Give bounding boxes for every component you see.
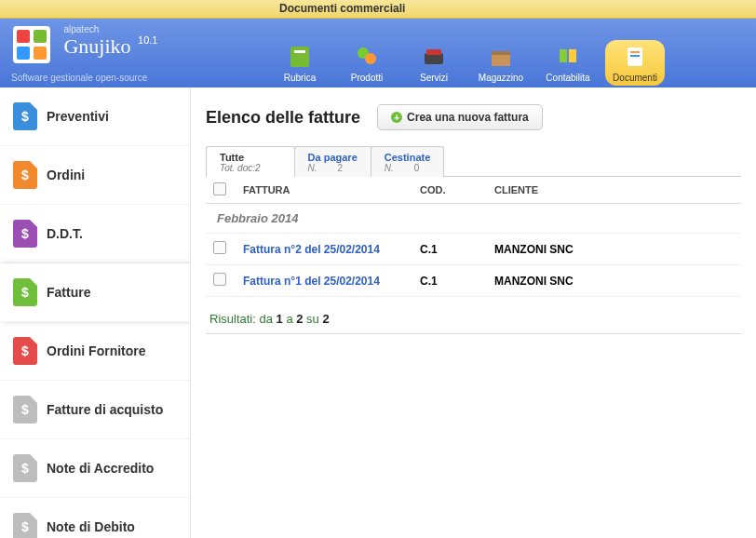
servizi-icon xyxy=(421,44,447,70)
topnav-contabilita[interactable]: Contabilita xyxy=(538,40,598,86)
month-group-header: Febbraio 2014 xyxy=(206,204,741,234)
prodotti-icon xyxy=(354,44,380,70)
sidebar-item-label: Fatture xyxy=(47,285,90,300)
main-panel: Elenco delle fatture + Crea una nuova fa… xyxy=(191,87,756,538)
magazzino-icon xyxy=(488,44,514,70)
sidebar-item-label: Note di Debito xyxy=(47,519,135,534)
svg-rect-2 xyxy=(34,30,47,43)
invoice-client: MANZONI SNC xyxy=(494,275,734,288)
sidebar-item-label: D.D.T. xyxy=(47,226,83,241)
topnav-rubrica[interactable]: Rubrica xyxy=(270,40,330,86)
tab-sub: N.0 xyxy=(385,163,431,173)
sidebar-item-label: Fatture di acquisto xyxy=(47,402,163,417)
tab-sub: N.2 xyxy=(308,163,358,173)
app-logo-icon xyxy=(11,24,52,69)
topnav-label: Rubrica xyxy=(284,73,316,83)
new-invoice-button[interactable]: + Crea una nuova fattura xyxy=(377,104,543,130)
sidebar-item-label: Ordini Fornitore xyxy=(47,343,146,358)
filter-tabs: TutteTot. doc:2Da pagareN.2CestinateN.0 xyxy=(206,145,741,177)
tab-tutte[interactable]: TutteTot. doc:2 xyxy=(206,146,295,177)
sidebar-item-preventivi[interactable]: $Preventivi xyxy=(0,87,190,146)
app-header: alpatech Gnujiko 10.1 Software gestional… xyxy=(0,19,756,87)
document-type-icon: $ xyxy=(13,513,37,538)
sidebar-item-fatture-di-acquisto[interactable]: $Fatture di acquisto xyxy=(0,381,190,439)
col-header-fattura: FATTURA xyxy=(243,184,420,195)
svg-rect-3 xyxy=(17,47,30,60)
tab-title: Tutte xyxy=(220,152,281,163)
tab-title: Cestinate xyxy=(385,152,431,163)
svg-rect-13 xyxy=(560,49,567,62)
sidebar-item-ordini-fornitore[interactable]: $Ordini Fornitore xyxy=(0,322,190,381)
svg-rect-17 xyxy=(630,55,640,57)
sidebar-item-d-d-t-[interactable]: $D.D.T. xyxy=(0,205,190,263)
invoice-client: MANZONI SNC xyxy=(494,243,734,256)
tab-da-pagare[interactable]: Da pagareN.2 xyxy=(294,146,371,177)
topnav-label: Contabilita xyxy=(546,73,589,83)
invoice-code: C.1 xyxy=(420,243,494,256)
brand-version: 10.1 xyxy=(138,34,157,46)
topnav-magazzino[interactable]: Magazzino xyxy=(471,40,531,86)
section-strip: Documenti commerciali xyxy=(0,0,756,19)
table-header-row: FATTURA COD. CLIENTE xyxy=(206,177,741,204)
top-nav: RubricaProdottiServiziMagazzinoContabili… xyxy=(251,19,756,87)
table-row: Fattura n°1 del 25/02/2014C.1MANZONI SNC xyxy=(206,265,741,297)
tab-sub: Tot. doc:2 xyxy=(220,163,281,173)
sidebar-item-note-di-accredito[interactable]: $Note di Accredito xyxy=(0,439,190,498)
select-all-checkbox[interactable] xyxy=(213,182,226,195)
svg-rect-5 xyxy=(290,47,309,67)
sidebar: $Preventivi$Ordini$D.D.T.$Fatture$Ordini… xyxy=(0,87,191,538)
contabilita-icon xyxy=(555,44,581,70)
page-title: Elenco delle fatture xyxy=(206,108,360,128)
sidebar-item-label: Ordini xyxy=(47,168,85,182)
invoice-link[interactable]: Fattura n°2 del 25/02/2014 xyxy=(243,243,380,256)
svg-rect-6 xyxy=(294,50,305,53)
svg-rect-1 xyxy=(17,30,30,43)
svg-rect-10 xyxy=(426,49,441,55)
document-type-icon: $ xyxy=(13,278,37,306)
svg-rect-4 xyxy=(34,47,47,60)
section-strip-label: Documenti commerciali xyxy=(279,2,405,15)
row-checkbox[interactable] xyxy=(213,273,226,286)
svg-point-8 xyxy=(365,53,376,64)
invoice-link[interactable]: Fattura n°1 del 25/02/2014 xyxy=(243,275,380,288)
svg-rect-16 xyxy=(630,51,640,53)
results-summary: Risultati: da 1 a 2 su 2 xyxy=(206,297,741,326)
document-type-icon: $ xyxy=(13,454,37,482)
document-type-icon: $ xyxy=(13,396,37,424)
sidebar-item-fatture[interactable]: $Fatture xyxy=(0,263,190,322)
document-type-icon: $ xyxy=(13,220,37,248)
topnav-label: Documenti xyxy=(613,73,657,83)
document-type-icon: $ xyxy=(13,161,37,189)
brand-subtitle: Software gestionale open-source xyxy=(11,73,240,83)
table-row: Fattura n°2 del 25/02/2014C.1MANZONI SNC xyxy=(206,234,741,265)
tab-cestinate[interactable]: CestinateN.0 xyxy=(371,146,445,177)
topnav-prodotti[interactable]: Prodotti xyxy=(337,40,397,86)
divider xyxy=(206,333,741,334)
brand-company: alpatech xyxy=(63,24,157,34)
svg-rect-12 xyxy=(492,51,510,55)
sidebar-item-label: Preventivi xyxy=(47,109,109,124)
topnav-documenti[interactable]: Documenti xyxy=(605,40,665,86)
topnav-label: Prodotti xyxy=(351,73,383,83)
sidebar-item-ordini[interactable]: $Ordini xyxy=(0,146,190,205)
svg-rect-14 xyxy=(569,49,576,62)
topnav-label: Magazzino xyxy=(479,73,523,83)
brand-area: alpatech Gnujiko 10.1 Software gestional… xyxy=(0,19,251,87)
topnav-servizi[interactable]: Servizi xyxy=(404,40,464,86)
rubrica-icon xyxy=(287,44,313,70)
col-header-cliente: CLIENTE xyxy=(494,184,734,195)
brand-name: Gnujiko xyxy=(63,34,130,58)
new-invoice-button-label: Crea una nuova fattura xyxy=(407,111,529,124)
document-type-icon: $ xyxy=(13,102,37,130)
invoice-code: C.1 xyxy=(420,275,494,288)
sidebar-item-note-di-debito[interactable]: $Note di Debito xyxy=(0,498,190,538)
topnav-label: Servizi xyxy=(420,73,448,83)
tab-title: Da pagare xyxy=(308,152,358,163)
row-checkbox[interactable] xyxy=(213,241,226,254)
document-type-icon: $ xyxy=(13,337,37,365)
col-header-cod: COD. xyxy=(420,184,494,195)
plus-icon: + xyxy=(391,112,402,123)
sidebar-item-label: Note di Accredito xyxy=(47,461,154,476)
documenti-icon xyxy=(622,44,648,70)
